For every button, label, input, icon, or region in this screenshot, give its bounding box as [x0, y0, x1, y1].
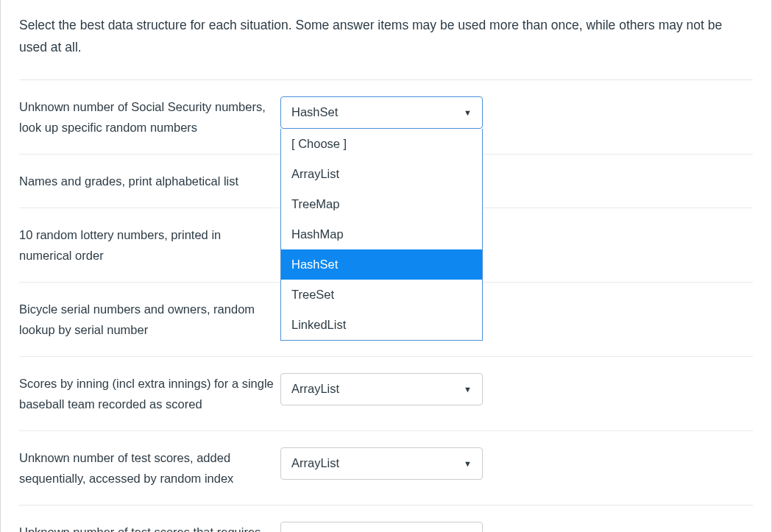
chevron-down-icon: ▼: [464, 385, 472, 394]
question-row: Unknown number of test scores, added seq…: [19, 430, 753, 505]
answer-column: LinkedList ▼: [280, 522, 483, 532]
question-row: Unknown number of Social Security number…: [19, 79, 753, 154]
question-prompt: Names and grades, print alphabetical lis…: [19, 171, 280, 191]
instructions-text: Select the best data structure for each …: [19, 0, 753, 79]
question-row: Unknown number of test scores that requi…: [19, 505, 753, 532]
answer-column: ArrayList ▼: [280, 373, 483, 405]
answer-select[interactable]: LinkedList ▼: [280, 522, 483, 532]
answer-select[interactable]: ArrayList ▼: [280, 447, 483, 480]
option-hashmap[interactable]: HashMap: [281, 219, 482, 249]
option-linkedlist[interactable]: LinkedList: [281, 310, 482, 340]
selected-value: HashSet: [291, 105, 338, 119]
option-arraylist[interactable]: ArrayList: [281, 159, 482, 189]
question-prompt: 10 random lottery numbers, printed in nu…: [19, 224, 280, 266]
question-prompt: Unknown number of Social Security number…: [19, 96, 280, 138]
question-prompt: Bicycle serial numbers and owners, rando…: [19, 299, 280, 340]
dropdown-panel: [ Choose ] ArrayList TreeMap HashMap Has…: [280, 129, 483, 341]
answer-select[interactable]: ArrayList ▼: [280, 373, 483, 405]
option-treeset[interactable]: TreeSet: [281, 280, 482, 310]
answer-column: HashSet ▼ [ Choose ] ArrayList TreeMap H…: [280, 96, 483, 129]
selected-value: ArrayList: [291, 382, 339, 396]
option-treemap[interactable]: TreeMap: [281, 189, 482, 219]
option-choose[interactable]: [ Choose ]: [281, 129, 482, 159]
answer-select[interactable]: HashSet ▼: [280, 96, 483, 129]
answer-column: ArrayList ▼: [280, 447, 483, 480]
question-prompt: Unknown number of test scores that requi…: [19, 522, 280, 532]
selected-value: ArrayList: [291, 456, 339, 470]
question-frame: Select the best data structure for each …: [0, 0, 772, 532]
chevron-down-icon: ▼: [464, 459, 472, 468]
question-row: Scores by inning (incl extra innings) fo…: [19, 356, 753, 430]
option-hashset[interactable]: HashSet: [281, 249, 482, 280]
question-prompt: Scores by inning (incl extra innings) fo…: [19, 373, 280, 414]
chevron-down-icon: ▼: [464, 108, 472, 117]
question-prompt: Unknown number of test scores, added seq…: [19, 447, 280, 489]
